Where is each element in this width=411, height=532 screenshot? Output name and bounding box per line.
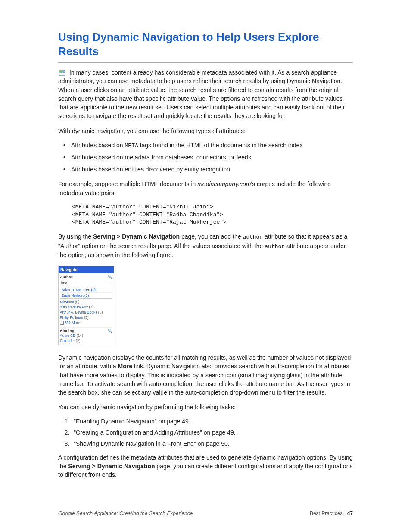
meta-code-block: <META NAME="author" CONTENT="Nikhil Jain… [72,203,353,226]
more-link[interactable]: +331 More [60,320,112,325]
search-icon[interactable]: 🔍 [108,329,112,333]
facet-link[interactable]: 20th Century Fox (7) [60,305,112,310]
list-item: Attributes based on META tags found in t… [71,141,353,150]
list-item: "Enabling Dynamic Navigation" on page 49… [71,418,353,425]
serving-paragraph-1: By using the Serving > Dynamic Navigatio… [58,232,353,260]
author-code: author [243,234,263,240]
page-number: 47 [347,510,353,516]
facet-link[interactable]: Miramax (8) [60,300,112,305]
attribute-types-list: Attributes based on META tags found in t… [58,141,353,174]
navigate-header: Navigate [59,266,114,273]
facet-link[interactable]: Calendar (2) [60,339,112,343]
list-item: "Creating a Configuration and Adding Att… [71,429,353,436]
author-search-input[interactable]: bria [60,280,112,286]
footer-left: Google Search Appliance: Creating the Se… [58,510,193,516]
binding-title: Binding [60,329,75,333]
example-lead: For example, suppose multiple HTML docum… [58,180,353,197]
author-section: Author 🔍 bria Brian D. McLaren (1) Brian… [59,273,114,327]
attrs-lead: With dynamic navigation, you can use the… [58,127,353,135]
serving-path: Serving > Dynamic Navigation [68,463,155,470]
facet-link[interactable]: Philip Pullman (5) [60,315,112,320]
intro-text: In many cases, content already has consi… [58,69,345,119]
facet-link[interactable]: Arthur A. Levine Books (6) [60,310,112,315]
page-footer: Google Search Appliance: Creating the Se… [58,510,353,516]
serving-path: Serving > Dynamic Navigation [93,233,180,240]
domain-text: mediacompany.com [197,180,251,187]
suggestion-dropdown: Brian D. McLaren (1) Brian Herbert (1) [60,287,112,299]
navigate-panel-figure: Navigate Author 🔍 bria Brian D. McLaren … [58,266,114,345]
author-title: Author [60,275,73,279]
expand-icon: + [60,321,64,325]
page-title: Using Dynamic Navigation to Help Users E… [58,30,353,63]
suggestion-item[interactable]: Brian Herbert (1) [60,293,112,298]
svg-point-1 [62,70,65,73]
meta-code: META [125,143,138,149]
footer-right: Best Practices 47 [310,510,353,516]
tasks-list: "Enabling Dynamic Navigation" on page 49… [58,418,353,447]
list-item: Attributes based on entities discovered … [71,165,353,174]
suggestion-item[interactable]: Brian D. McLaren (1) [60,287,112,293]
more-bold: More [118,363,132,370]
svg-point-0 [59,70,62,73]
list-item: "Showing Dynamic Navigation in a Front E… [71,440,353,447]
intro-paragraph: In many cases, content already has consi… [58,68,353,121]
page-body: Using Dynamic Navigation to Help Users E… [0,0,411,532]
facet-link[interactable]: Audio CD (14) [60,333,112,338]
counts-paragraph: Dynamic navigation displays the counts f… [58,353,353,397]
tasks-lead: You can use dynamic navigation by perfor… [58,403,353,411]
list-item: Attributes based on metadata from databa… [71,153,353,162]
binding-section: Binding 🔍 Audio CD (14) Calendar (2) [59,327,114,345]
people-icon [58,69,67,76]
search-icon[interactable]: 🔍 [108,275,112,279]
author-code: author [265,243,285,250]
config-paragraph: A configuration defines the metadata att… [58,453,353,479]
